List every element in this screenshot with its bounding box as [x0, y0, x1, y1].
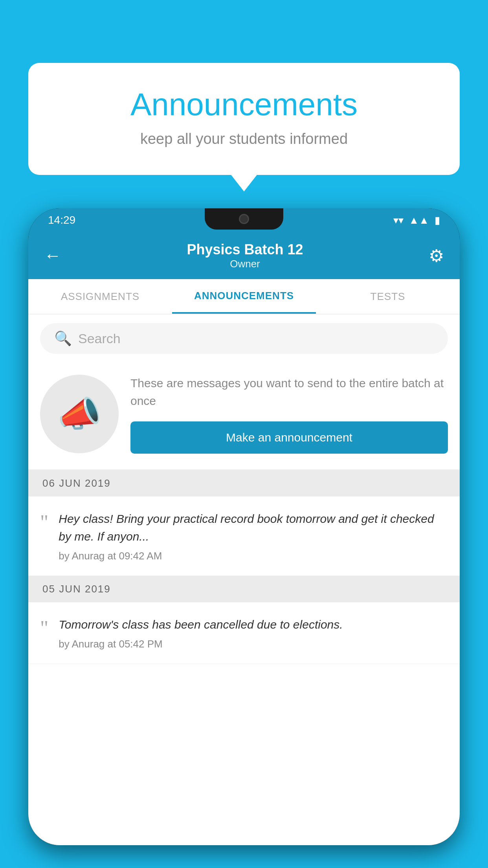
search-icon: 🔍: [54, 330, 72, 347]
speech-bubble-title: Announcements: [60, 86, 428, 123]
phone-content: 🔍 Search 📣 These are messages you want t…: [28, 314, 460, 845]
app-bar-title: Physics Batch 12: [61, 241, 429, 258]
megaphone-icon: 📣: [57, 394, 101, 435]
announcement-item-2[interactable]: " Tomorrow's class has been cancelled du…: [28, 602, 460, 664]
speech-bubble-section: Announcements keep all your students inf…: [28, 63, 460, 175]
app-bar: ← Physics Batch 12 Owner ⚙: [28, 232, 460, 279]
tab-bar: ASSIGNMENTS ANNOUNCEMENTS TESTS: [28, 279, 460, 314]
tab-announcements[interactable]: ANNOUNCEMENTS: [172, 279, 316, 314]
announcement-meta-1: by Anurag at 09:42 AM: [59, 550, 448, 562]
status-time: 14:29: [48, 214, 75, 226]
date-header-2: 05 JUN 2019: [28, 576, 460, 602]
announcement-text-1: Hey class! Bring your practical record b…: [59, 510, 448, 545]
make-announcement-button[interactable]: Make an announcement: [130, 421, 448, 454]
announcement-prompt: 📣 These are messages you want to send to…: [28, 362, 460, 470]
camera-dot: [239, 214, 249, 224]
signal-icon: ▲▲: [409, 214, 429, 226]
megaphone-circle: 📣: [40, 375, 119, 453]
announcement-text-2: Tomorrow's class has been cancelled due …: [59, 616, 448, 633]
phone-notch: [205, 208, 283, 230]
quote-icon-2: ": [40, 618, 48, 638]
phone-body: 14:29 ▾▾ ▲▲ ▮ ← Physics Batch 12 Owner ⚙…: [28, 208, 460, 845]
announcement-item-1[interactable]: " Hey class! Bring your practical record…: [28, 497, 460, 576]
speech-bubble: Announcements keep all your students inf…: [28, 63, 460, 175]
announcement-content-1: Hey class! Bring your practical record b…: [59, 510, 448, 562]
battery-icon: ▮: [435, 214, 440, 226]
settings-button[interactable]: ⚙: [429, 246, 444, 266]
tab-assignments[interactable]: ASSIGNMENTS: [28, 279, 172, 314]
search-placeholder: Search: [78, 331, 121, 346]
date-header-1: 06 JUN 2019: [28, 470, 460, 497]
search-bar[interactable]: 🔍 Search: [40, 323, 448, 354]
quote-icon-1: ": [40, 512, 48, 533]
status-icons: ▾▾ ▲▲ ▮: [393, 214, 440, 226]
speech-bubble-subtitle: keep all your students informed: [60, 131, 428, 147]
tab-tests[interactable]: TESTS: [316, 279, 460, 314]
announcement-content-2: Tomorrow's class has been cancelled due …: [59, 616, 448, 650]
announcement-meta-2: by Anurag at 05:42 PM: [59, 638, 448, 650]
prompt-right: These are messages you want to send to t…: [130, 374, 448, 454]
prompt-description: These are messages you want to send to t…: [130, 374, 448, 410]
back-button[interactable]: ←: [44, 246, 61, 265]
wifi-icon: ▾▾: [393, 214, 404, 226]
app-bar-subtitle: Owner: [61, 258, 429, 270]
app-bar-title-section: Physics Batch 12 Owner: [61, 241, 429, 270]
phone-mockup: 14:29 ▾▾ ▲▲ ▮ ← Physics Batch 12 Owner ⚙…: [28, 208, 460, 868]
